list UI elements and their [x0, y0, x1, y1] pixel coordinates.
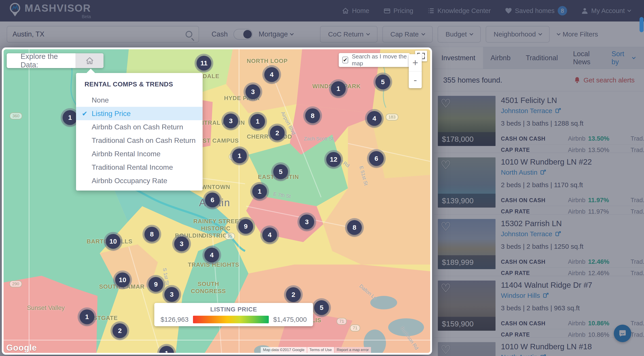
- map-modal: NORTH LOOPROSEDALEHYDE PARKWINDSOR PARKC…: [2, 48, 432, 355]
- map-cluster-marker[interactable]: 3: [300, 215, 314, 229]
- map-cluster-marker[interactable]: 1: [331, 81, 346, 96]
- map-canvas[interactable]: NORTH LOOPROSEDALEHYDE PARKWINDSOR PARKC…: [4, 49, 430, 353]
- dropdown-item-airbnb-rental-income[interactable]: Airbnb Rental Income: [76, 147, 202, 160]
- map-cluster-marker[interactable]: 5: [314, 300, 329, 315]
- map-cluster-marker[interactable]: 2: [112, 323, 127, 338]
- map-cluster-marker[interactable]: 1: [159, 346, 174, 353]
- map-cluster-marker[interactable]: 4: [367, 111, 382, 126]
- map-cluster-marker[interactable]: 9: [148, 277, 163, 292]
- zoom-in-button[interactable]: +: [409, 54, 422, 71]
- dropdown-item-label: Traditional Rental Income: [92, 163, 173, 171]
- listing-price-legend: LISTING PRICE $126,963 $1,475,000: [154, 303, 313, 326]
- search-as-move-panel: ✔ Search as I move the map: [339, 53, 410, 67]
- page-scrollbar-thumb[interactable]: [640, 17, 644, 32]
- dropdown-item-label: Airbnb Rental Income: [92, 150, 160, 158]
- map-cluster-marker[interactable]: 8: [347, 220, 362, 235]
- attribution-text: Map data ©2017 Google: [261, 347, 307, 353]
- terms-of-use-link[interactable]: Terms of Use: [307, 347, 334, 353]
- fullscreen-icon: [422, 56, 425, 59]
- dropdown-item-traditional-cash-on-cash-return[interactable]: Traditional Cash on Cash Return: [76, 134, 202, 147]
- home-icon: [86, 57, 94, 65]
- map-attribution: Map data ©2017 Google Terms of Use Repor…: [261, 347, 371, 353]
- map-cluster-marker[interactable]: 3: [174, 236, 189, 251]
- dropdown-item-airbnb-occupancy-rate[interactable]: Airbnb Occupancy Rate: [76, 174, 202, 188]
- dropdown-item-label: Airbnb Occupancy Rate: [92, 177, 167, 185]
- map-cluster-marker[interactable]: 9: [238, 219, 253, 234]
- map-cluster-marker[interactable]: 8: [305, 108, 320, 123]
- map-cluster-marker[interactable]: 2: [270, 126, 285, 140]
- map-zoom-control: + -: [409, 54, 422, 88]
- map-cluster-marker[interactable]: 1: [250, 114, 265, 129]
- report-error-link[interactable]: Report a map error: [334, 347, 371, 353]
- map-cluster-marker[interactable]: 6: [205, 193, 220, 207]
- map-cluster-marker[interactable]: 10: [115, 272, 130, 287]
- map-cluster-marker[interactable]: 3: [164, 287, 179, 302]
- map-cluster-marker[interactable]: 12: [326, 152, 341, 167]
- map-cluster-marker[interactable]: 8: [144, 227, 159, 242]
- explore-home-button[interactable]: [76, 53, 104, 68]
- dropdown-item-label: Traditional Cash on Cash Return: [92, 136, 196, 145]
- dropdown-item-traditional-rental-income[interactable]: Traditional Rental Income: [76, 160, 202, 174]
- map-cluster-marker[interactable]: 10: [106, 234, 120, 249]
- map-cluster-marker[interactable]: 3: [246, 84, 260, 99]
- legend-gradient-bar: [193, 316, 269, 323]
- zoom-out-button[interactable]: -: [409, 71, 422, 88]
- legend-title: LISTING PRICE: [160, 306, 307, 313]
- fullscreen-icon: [422, 53, 425, 56]
- google-logo: Google: [6, 343, 37, 353]
- explore-dropdown-list: None✔Listing PriceAirbnb Cash on Cash Re…: [76, 93, 202, 188]
- dropdown-item-airbnb-cash-on-cash-return[interactable]: Airbnb Cash on Cash Return: [76, 120, 202, 134]
- dropdown-item-label: Airbnb Cash on Cash Return: [92, 123, 183, 131]
- search-as-move-label: Search as I move the map: [352, 53, 410, 67]
- map-cluster-marker[interactable]: 11: [196, 56, 211, 71]
- explore-data-label: Explore the Data:: [7, 52, 76, 69]
- map-cluster-marker[interactable]: 5: [376, 75, 390, 89]
- map-cluster-marker[interactable]: 4: [262, 228, 277, 242]
- dropdown-item-none[interactable]: None: [76, 93, 202, 107]
- map-cluster-marker[interactable]: 3: [224, 113, 238, 128]
- map-cluster-marker[interactable]: 1: [62, 110, 77, 125]
- map-cluster-marker[interactable]: 4: [264, 67, 279, 82]
- dropdown-item-label: None: [92, 96, 109, 104]
- checkmark-icon: ✔: [82, 110, 88, 118]
- explore-dropdown: RENTAL COMPS & TRENDS None✔Listing Price…: [76, 73, 202, 191]
- search-as-move-checkbox[interactable]: ✔: [342, 57, 348, 63]
- map-cluster-marker[interactable]: 1: [232, 148, 247, 163]
- explore-data-panel: Explore the Data:: [7, 53, 104, 68]
- dropdown-header: RENTAL COMPS & TRENDS: [76, 73, 202, 93]
- map-cluster-marker[interactable]: 4: [204, 248, 219, 262]
- legend-min-value: $126,963: [160, 316, 188, 323]
- map-cluster-marker[interactable]: 5: [273, 164, 288, 179]
- map-cluster-marker[interactable]: 1: [80, 309, 94, 324]
- map-cluster-marker[interactable]: 2: [286, 287, 301, 302]
- legend-max-value: $1,475,000: [273, 316, 307, 323]
- dropdown-item-label: Listing Price: [92, 109, 130, 118]
- map-cluster-marker[interactable]: 1: [252, 184, 267, 199]
- dropdown-item-listing-price[interactable]: ✔Listing Price: [76, 107, 202, 120]
- map-cluster-marker[interactable]: 6: [369, 151, 384, 166]
